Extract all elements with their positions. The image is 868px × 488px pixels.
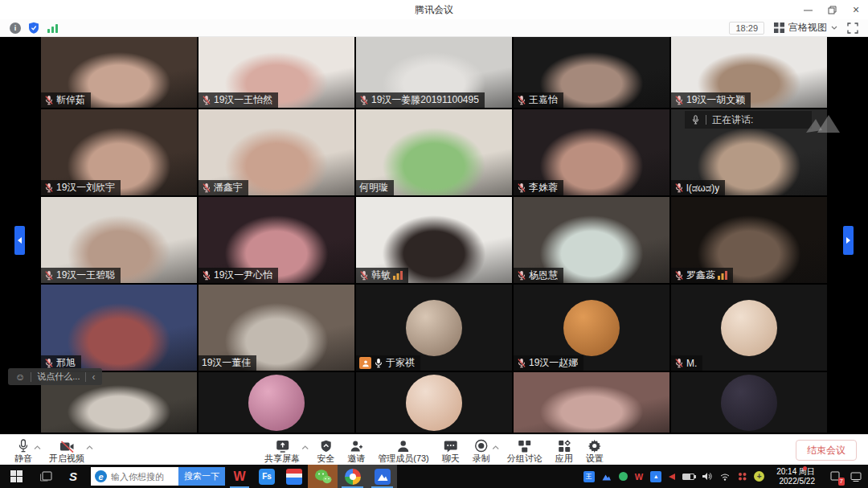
tray-meeting-icon[interactable] bbox=[602, 473, 612, 481]
mic-muted-icon bbox=[674, 95, 684, 105]
restore-button[interactable] bbox=[820, 0, 844, 19]
breakout-rooms-button[interactable]: 分组讨论 bbox=[501, 437, 549, 464]
mic-muted-icon bbox=[44, 270, 54, 281]
view-mode-label: 宫格视图 bbox=[788, 21, 827, 35]
restore-icon bbox=[828, 6, 837, 14]
mic-muted-icon bbox=[517, 182, 526, 193]
participant-name-tag: 19汉一王怡然 bbox=[199, 92, 278, 108]
video-tile[interactable]: 于家祺 bbox=[356, 285, 512, 371]
notification-flag[interactable]: 7 bbox=[827, 469, 843, 485]
tray-wps-icon[interactable]: W bbox=[635, 472, 643, 482]
tray-photos-icon[interactable]: ▲ bbox=[650, 471, 661, 482]
apps-button[interactable]: 应用 bbox=[549, 437, 579, 464]
manage-members-button[interactable]: 管理成员(73) bbox=[371, 437, 436, 464]
participant-name-tag: 韩敏 bbox=[356, 268, 408, 283]
chat-button[interactable]: 聊天 bbox=[436, 437, 466, 464]
action-center-icon[interactable] bbox=[850, 472, 862, 482]
video-tile[interactable]: 罗鑫蕊 bbox=[671, 197, 827, 283]
fullscreen-icon[interactable] bbox=[847, 23, 858, 34]
mute-options-chevron[interactable] bbox=[34, 438, 41, 453]
video-tile[interactable]: 19汉一王怡然 bbox=[199, 37, 354, 108]
taskbar-meeting-app[interactable] bbox=[367, 465, 397, 488]
taskbar-clock[interactable]: 20:14 周日 2022/5/22 bbox=[772, 467, 820, 486]
tray-accelerator-icon[interactable]: + bbox=[754, 471, 764, 482]
video-tile[interactable]: 邢旭 bbox=[41, 285, 197, 371]
wps-icon: W bbox=[233, 470, 245, 483]
close-button[interactable]: × bbox=[844, 0, 868, 19]
video-tile[interactable]: 何明璇 bbox=[356, 109, 512, 195]
video-tile[interactable]: 李姝蓉 bbox=[514, 109, 669, 195]
participant-name: 19汉一尹心怡 bbox=[214, 269, 272, 282]
close-icon: × bbox=[853, 3, 859, 16]
video-tile[interactable] bbox=[514, 372, 669, 433]
participant-name-tag: 靳倬茹 bbox=[41, 92, 91, 108]
search-input[interactable] bbox=[111, 472, 178, 482]
tray-docs-icon[interactable]: 王 bbox=[583, 471, 595, 482]
tray-red-speaker-icon[interactable] bbox=[669, 474, 675, 480]
minimize-button[interactable] bbox=[796, 0, 820, 19]
chat-bubble-icon bbox=[444, 438, 457, 453]
prev-page-arrow[interactable] bbox=[14, 226, 25, 255]
meeting-info-icon[interactable]: i bbox=[10, 23, 21, 34]
wifi-icon[interactable] bbox=[719, 472, 731, 481]
mic-muted-icon bbox=[44, 95, 54, 105]
search-go-button[interactable]: 搜索一下 bbox=[178, 467, 225, 486]
video-tile[interactable]: 韩敏 bbox=[356, 197, 512, 283]
notification-dot bbox=[803, 466, 807, 470]
window-title: 腾讯会议 bbox=[0, 3, 868, 17]
network-signal-icon[interactable] bbox=[47, 23, 59, 33]
mic-muted-icon bbox=[359, 270, 369, 281]
video-tile[interactable] bbox=[671, 372, 827, 433]
invite-button[interactable]: 邀请 bbox=[341, 437, 371, 464]
settings-button[interactable]: 设置 bbox=[579, 437, 610, 464]
start-button[interactable] bbox=[0, 465, 32, 488]
app-s-button[interactable]: S bbox=[59, 465, 87, 488]
participant-avatar bbox=[406, 375, 462, 431]
record-options-chevron[interactable] bbox=[492, 438, 499, 453]
start-video-button[interactable]: 开启视频 bbox=[43, 437, 91, 464]
video-tile[interactable]: 杨恩慧 bbox=[514, 197, 669, 283]
mic-muted-icon bbox=[674, 358, 684, 368]
video-tile[interactable]: 19汉一王碧聪 bbox=[41, 197, 197, 283]
view-mode-switcher[interactable]: 宫格视图 bbox=[774, 21, 837, 35]
collapse-chat-icon[interactable]: ‹ bbox=[92, 371, 95, 383]
participant-name: 19汉一姜滕20191100495 bbox=[371, 93, 479, 107]
end-meeting-button[interactable]: 结束会议 bbox=[796, 440, 857, 461]
shield-icon[interactable] bbox=[28, 22, 39, 35]
share-options-chevron[interactable] bbox=[301, 438, 309, 453]
video-tile[interactable] bbox=[199, 372, 354, 433]
battery-icon[interactable] bbox=[682, 474, 694, 480]
taskbar-wechat-app[interactable] bbox=[308, 465, 338, 488]
video-tile[interactable]: 19汉一尹心怡 bbox=[199, 197, 354, 283]
taskbar-browser-app[interactable] bbox=[338, 465, 367, 488]
taskbar-wps-app[interactable]: W bbox=[226, 465, 253, 488]
taskbar-search-box[interactable]: e 搜索一下 bbox=[91, 467, 222, 486]
participant-name-tag: 19汉一尹心怡 bbox=[199, 268, 278, 283]
quick-chat-bubble[interactable]: ☺ 说点什么... ‹ bbox=[8, 368, 102, 385]
video-tile[interactable]: 靳倬茹 bbox=[41, 37, 197, 108]
taskbar-media-app[interactable] bbox=[280, 465, 308, 488]
video-tile[interactable]: 潘鑫宇 bbox=[199, 109, 354, 195]
chat-placeholder[interactable]: 说点什么... bbox=[37, 371, 80, 383]
mic-muted-icon bbox=[674, 270, 684, 281]
share-screen-button[interactable]: 共享屏幕 bbox=[258, 437, 306, 464]
volume-icon[interactable] bbox=[702, 472, 712, 481]
video-tile[interactable]: 19汉一姜滕20191100495 bbox=[356, 37, 512, 108]
browser-colorful-icon bbox=[345, 469, 361, 485]
video-options-chevron[interactable] bbox=[86, 438, 93, 453]
video-tile[interactable]: M. bbox=[671, 285, 827, 371]
video-tile[interactable]: 19汉一赵娜 bbox=[514, 285, 669, 371]
security-button[interactable]: 安全 bbox=[310, 437, 341, 464]
video-tile[interactable]: 王嘉怡 bbox=[514, 37, 669, 108]
video-tile[interactable] bbox=[356, 372, 512, 433]
tray-green-icon[interactable] bbox=[619, 472, 628, 481]
next-page-arrow[interactable] bbox=[843, 226, 854, 255]
video-tile[interactable]: 19汉一刘欣宇 bbox=[41, 109, 197, 195]
video-tile[interactable]: 19汉一胡文颖 bbox=[671, 37, 827, 108]
participant-name-tag: 19汉一赵娜 bbox=[514, 355, 583, 371]
taskbar-fs-app[interactable]: Fs bbox=[253, 465, 280, 488]
video-tile[interactable]: 19汉一董佳 bbox=[199, 285, 354, 371]
task-view-button[interactable] bbox=[32, 465, 59, 488]
tray-red-grid-icon[interactable] bbox=[738, 472, 747, 481]
emoji-icon[interactable]: ☺ bbox=[15, 372, 25, 382]
